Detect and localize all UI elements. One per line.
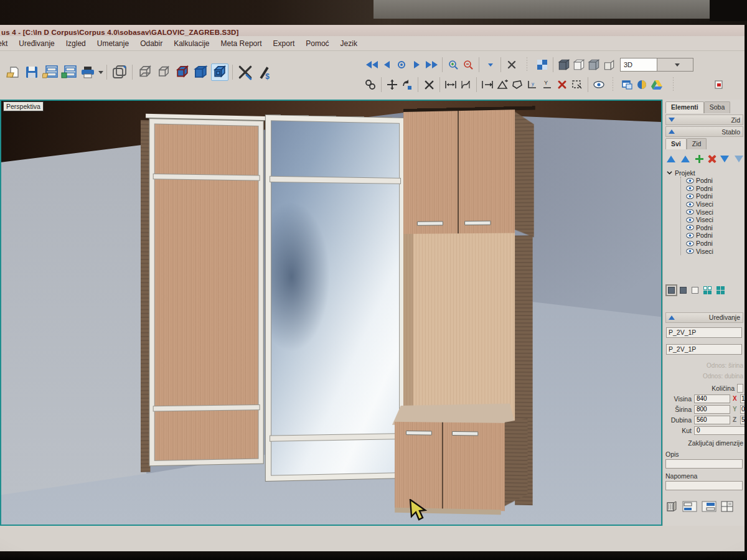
print-button[interactable] — [79, 63, 96, 81]
tree-item[interactable]: Podni — [681, 240, 743, 248]
dubina-field[interactable] — [694, 416, 730, 424]
cabinet-icon[interactable] — [665, 500, 678, 513]
solid-view-button[interactable] — [192, 63, 210, 81]
solid-edges-view-button[interactable] — [174, 63, 191, 81]
tab-soba[interactable]: Soba — [704, 101, 731, 113]
move-top-button[interactable] — [667, 156, 675, 162]
opis-field[interactable] — [665, 459, 743, 469]
gray-material-button[interactable] — [587, 58, 601, 72]
delete-selection-button[interactable] — [555, 78, 569, 91]
export-button[interactable] — [60, 63, 78, 81]
menu-pomoc[interactable]: Pomoć — [300, 37, 334, 50]
tree-item[interactable]: Podni — [681, 231, 743, 240]
print-dropdown-caret-icon[interactable] — [98, 71, 103, 74]
replace-button[interactable] — [400, 78, 414, 91]
add-button[interactable] — [695, 155, 702, 163]
tree-item[interactable]: Viseci — [681, 247, 743, 255]
list-blue-icon[interactable] — [682, 501, 697, 512]
copy-button[interactable] — [111, 63, 128, 81]
view-mode-select[interactable]: 3D — [620, 58, 693, 72]
window-tool-button[interactable] — [620, 78, 634, 91]
hidden-line-view-button[interactable] — [155, 63, 172, 81]
3d-viewport[interactable]: Perspektiva — [0, 100, 662, 526]
element-name-field[interactable] — [666, 327, 742, 338]
visina-field[interactable] — [694, 394, 730, 403]
connect-button[interactable] — [364, 78, 377, 91]
white-square-icon[interactable] — [692, 287, 698, 294]
menu-jezik[interactable]: Jezik — [335, 37, 363, 50]
open-box-button[interactable] — [602, 58, 616, 72]
menu-umetanje[interactable]: Umetanje — [92, 37, 134, 50]
close-view-button[interactable] — [505, 58, 519, 72]
first-button[interactable] — [365, 58, 378, 72]
open-button[interactable] — [4, 63, 22, 81]
teal-checker-icon[interactable] — [703, 286, 712, 294]
tree-item[interactable]: Viseci — [681, 200, 743, 208]
axis-xy-button[interactable]: y — [525, 78, 539, 91]
axis-y-button[interactable]: Y — [540, 78, 554, 91]
move-up-button[interactable] — [681, 156, 690, 162]
save-button[interactable] — [23, 63, 40, 81]
cut-button[interactable] — [237, 63, 254, 81]
kut-field[interactable] — [694, 426, 745, 435]
region-select-button[interactable] — [570, 78, 584, 91]
last-button[interactable] — [425, 58, 438, 72]
quantity-field[interactable] — [737, 384, 743, 393]
tree-item[interactable]: Podni — [681, 185, 743, 193]
sirina-field[interactable] — [694, 405, 730, 414]
element-name-field-2[interactable] — [666, 344, 742, 355]
next-button[interactable] — [410, 58, 423, 72]
delete-button[interactable] — [422, 78, 436, 91]
menu-uredivanje[interactable]: Uređivanje — [13, 37, 60, 50]
zoom-out-button[interactable] — [461, 58, 475, 72]
menu-odabir[interactable]: Odabir — [134, 37, 168, 50]
shaded-view-button[interactable] — [211, 63, 228, 81]
record-button[interactable] — [395, 58, 408, 72]
uredivanje-section-header[interactable]: Uređivanje — [665, 312, 743, 323]
remove-button[interactable] — [708, 155, 715, 163]
tree-item[interactable]: Viseci — [681, 216, 743, 224]
teal-grid-icon[interactable] — [716, 286, 725, 294]
texture-mode-button[interactable] — [535, 58, 549, 72]
menu-kalkulacije[interactable]: Kalkulacije — [168, 37, 215, 50]
menu-export[interactable]: Export — [268, 37, 301, 50]
previous-button[interactable] — [380, 58, 393, 72]
subtab-svi[interactable]: Svi — [665, 138, 687, 149]
distance-button[interactable] — [444, 78, 458, 91]
menu-izgled[interactable]: Izgled — [60, 37, 92, 50]
move-bottom-button[interactable] — [735, 156, 743, 162]
stretch-button[interactable] — [481, 78, 494, 91]
list-blue-2-icon[interactable] — [702, 501, 716, 512]
zoom-in-button[interactable] — [446, 58, 460, 72]
stablo-section-header[interactable]: Stablo — [665, 126, 743, 137]
subtab-zid[interactable]: Zid — [687, 138, 707, 149]
tree-item[interactable]: Podni — [681, 192, 743, 200]
white-material-button[interactable] — [572, 58, 586, 72]
visibility-button[interactable] — [592, 78, 606, 91]
add-node-button[interactable] — [496, 78, 509, 91]
price-button[interactable]: $ — [255, 63, 273, 81]
tree-item[interactable]: Podni — [681, 177, 743, 185]
lasso-button[interactable] — [510, 78, 524, 91]
report-button[interactable] — [712, 78, 726, 91]
menu-meta-report[interactable]: Meta Report — [215, 37, 268, 50]
drive-button[interactable] — [650, 78, 664, 91]
tree-item[interactable]: Viseci — [681, 208, 743, 216]
import-button[interactable] — [42, 63, 59, 81]
zid-section-header[interactable]: Zid — [665, 114, 743, 125]
move-down-button[interactable] — [720, 156, 729, 162]
dark-square-icon[interactable] — [680, 287, 687, 294]
tree-root[interactable]: Projekt — [667, 169, 743, 177]
tab-elementi[interactable]: Elementi — [665, 101, 704, 113]
measure-button[interactable] — [459, 78, 472, 91]
dark-material-button[interactable] — [557, 58, 571, 72]
menu-projekt[interactable]: Projekt — [0, 37, 13, 50]
combo-dropdown-button[interactable] — [657, 58, 693, 71]
wireframe-view-button[interactable] — [136, 63, 154, 81]
lock-dimensions-label[interactable]: Zaključaj dimenzije — [665, 439, 743, 447]
tree-item[interactable]: Podni — [681, 224, 743, 232]
grid-window-icon[interactable] — [721, 501, 733, 512]
napomena-field[interactable] — [665, 481, 743, 490]
dark-square-selected-icon[interactable] — [668, 287, 675, 294]
view-dropdown-button[interactable] — [483, 58, 497, 72]
